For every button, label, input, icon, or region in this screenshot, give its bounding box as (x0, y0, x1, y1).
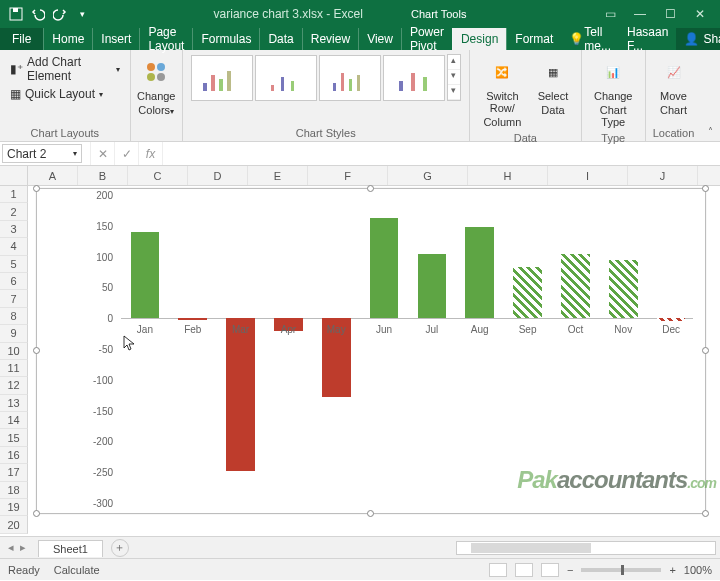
col-header[interactable]: D (188, 166, 248, 185)
tell-me-search[interactable]: 💡 Tell me... (561, 28, 619, 50)
style-thumb[interactable] (319, 55, 381, 101)
data-bar[interactable] (178, 318, 207, 320)
row-header[interactable]: 14 (0, 412, 28, 429)
minimize-icon[interactable]: — (630, 7, 650, 21)
row-header[interactable]: 1 (0, 186, 28, 203)
row-header[interactable]: 20 (0, 516, 28, 533)
data-bar[interactable] (418, 254, 447, 319)
data-bar[interactable] (657, 318, 686, 321)
col-header[interactable]: H (468, 166, 548, 185)
resize-handle[interactable] (33, 510, 40, 517)
data-bar[interactable] (131, 232, 160, 318)
select-data-button[interactable]: ▦SelectData (533, 54, 573, 130)
sheet-nav-next-icon[interactable]: ▸ (20, 541, 26, 554)
data-bar[interactable] (561, 254, 590, 319)
row-header[interactable]: 10 (0, 343, 28, 360)
sheet-tab-sheet1[interactable]: Sheet1 (38, 540, 103, 557)
spreadsheet-grid[interactable]: ABCDEFGHIJ 12345678910111213141516171819… (0, 166, 720, 536)
data-bar[interactable] (370, 218, 399, 318)
data-bar[interactable] (609, 260, 638, 319)
data-bar[interactable] (513, 267, 542, 318)
view-page-layout-icon[interactable] (515, 563, 533, 577)
row-header[interactable]: 19 (0, 499, 28, 516)
share-button[interactable]: 👤Share (676, 28, 720, 50)
tab-data[interactable]: Data (259, 28, 301, 50)
row-header[interactable]: 13 (0, 395, 28, 412)
row-header[interactable]: 5 (0, 256, 28, 273)
account-user[interactable]: Hasaan F... (619, 28, 676, 50)
view-normal-icon[interactable] (489, 563, 507, 577)
close-icon[interactable]: ✕ (690, 7, 710, 21)
resize-handle[interactable] (702, 510, 709, 517)
cancel-formula-icon[interactable]: ✕ (90, 142, 114, 165)
sheet-nav-prev-icon[interactable]: ◂ (8, 541, 14, 554)
row-header[interactable]: 3 (0, 221, 28, 238)
switch-row-column-button[interactable]: 🔀Switch Row/Column (478, 54, 527, 130)
horizontal-scrollbar[interactable] (456, 541, 716, 555)
tab-insert[interactable]: Insert (92, 28, 139, 50)
fx-icon[interactable]: fx (138, 142, 162, 165)
resize-handle[interactable] (367, 510, 374, 517)
move-chart-button[interactable]: 📈MoveChart (654, 54, 694, 118)
chevron-down-icon[interactable]: ▾ (73, 149, 77, 158)
select-all-corner[interactable] (0, 166, 28, 185)
view-page-break-icon[interactable] (541, 563, 559, 577)
undo-icon[interactable] (30, 6, 46, 22)
tab-review[interactable]: Review (302, 28, 358, 50)
row-header[interactable]: 7 (0, 290, 28, 307)
maximize-icon[interactable]: ☐ (660, 7, 680, 21)
style-thumb[interactable] (191, 55, 253, 101)
redo-icon[interactable] (52, 6, 68, 22)
formula-input[interactable] (162, 142, 720, 165)
zoom-slider[interactable] (581, 568, 661, 572)
collapse-ribbon-icon[interactable]: ˄ (702, 50, 720, 141)
chevron-up-icon[interactable]: ▴ (448, 55, 460, 70)
tab-design[interactable]: Design (452, 28, 506, 50)
col-header[interactable]: I (548, 166, 628, 185)
resize-handle[interactable] (33, 347, 40, 354)
quick-layout-button[interactable]: ▦Quick Layout▾ (8, 86, 122, 102)
col-header[interactable]: F (308, 166, 388, 185)
gallery-scroll[interactable]: ▴▾▾ (447, 54, 461, 101)
row-header[interactable]: 17 (0, 464, 28, 481)
tab-format[interactable]: Format (506, 28, 561, 50)
row-header[interactable]: 12 (0, 377, 28, 394)
new-sheet-button[interactable]: ＋ (111, 539, 129, 557)
change-colors-button[interactable]: Change Colors▾ (133, 54, 180, 119)
row-header[interactable]: 6 (0, 273, 28, 290)
change-chart-type-button[interactable]: 📊ChangeChart Type (590, 54, 637, 130)
tab-home[interactable]: Home (43, 28, 92, 50)
row-header[interactable]: 16 (0, 447, 28, 464)
row-header[interactable]: 9 (0, 325, 28, 342)
chart-styles-gallery[interactable]: ▴▾▾ (191, 54, 461, 101)
row-header[interactable]: 11 (0, 360, 28, 377)
row-header[interactable]: 8 (0, 308, 28, 325)
ribbon-options-icon[interactable]: ▭ (600, 7, 620, 21)
resize-handle[interactable] (702, 347, 709, 354)
row-header[interactable]: 18 (0, 482, 28, 499)
tab-page-layout[interactable]: Page Layout (139, 28, 192, 50)
resize-handle[interactable] (367, 185, 374, 192)
add-chart-element-button[interactable]: ▮⁺Add Chart Element▾ (8, 54, 122, 84)
col-header[interactable]: G (388, 166, 468, 185)
col-header[interactable]: J (628, 166, 698, 185)
data-bar[interactable] (226, 318, 255, 471)
resize-handle[interactable] (33, 185, 40, 192)
qat-customize-icon[interactable]: ▾ (74, 6, 90, 22)
row-header[interactable]: 2 (0, 203, 28, 220)
style-thumb[interactable] (383, 55, 445, 101)
col-header[interactable]: E (248, 166, 308, 185)
zoom-out-icon[interactable]: − (567, 564, 573, 576)
tab-formulas[interactable]: Formulas (192, 28, 259, 50)
row-header[interactable]: 15 (0, 429, 28, 446)
resize-handle[interactable] (702, 185, 709, 192)
col-header[interactable]: B (78, 166, 128, 185)
zoom-in-icon[interactable]: + (669, 564, 675, 576)
tab-view[interactable]: View (358, 28, 401, 50)
tab-file[interactable]: File (0, 28, 43, 50)
row-header[interactable]: 4 (0, 238, 28, 255)
zoom-level[interactable]: 100% (684, 564, 712, 576)
enter-formula-icon[interactable]: ✓ (114, 142, 138, 165)
gallery-more-icon[interactable]: ▾ (448, 85, 460, 100)
style-thumb[interactable] (255, 55, 317, 101)
